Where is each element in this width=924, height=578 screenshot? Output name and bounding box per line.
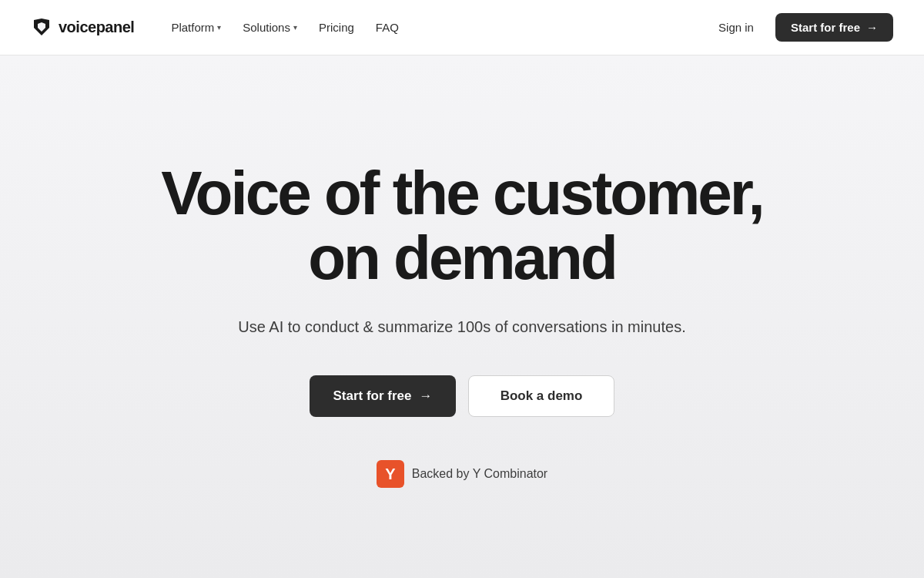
arrow-icon: → [420,388,433,404]
chevron-down-icon: ▾ [293,23,297,32]
book-demo-button[interactable]: Book a demo [468,375,614,417]
hero-section: Voice of the customer, on demand Use AI … [0,55,924,578]
start-for-free-nav-button[interactable]: Start for free → [775,13,893,42]
hero-title: Voice of the customer, on demand [161,161,763,291]
chevron-down-icon: ▾ [217,23,221,32]
yc-logo: Y [377,460,404,488]
navbar: voicepanel Platform ▾ Solutions ▾ Pricin… [0,0,924,55]
hero-buttons: Start for free → Book a demo [310,375,614,417]
logo-icon [31,17,52,39]
nav-left: voicepanel Platform ▾ Solutions ▾ Pricin… [31,15,408,40]
hero-subtitle: Use AI to conduct & summarize 100s of co… [238,315,685,338]
nav-platform[interactable]: Platform ▾ [162,15,230,40]
nav-pricing[interactable]: Pricing [310,15,363,40]
yc-badge: Y Backed by Y Combinator [377,460,547,488]
nav-links: Platform ▾ Solutions ▾ Pricing FAQ [162,15,407,40]
logo[interactable]: voicepanel [31,17,134,39]
nav-right: Sign in Start for free → [709,13,893,42]
arrow-icon: → [866,21,878,34]
start-for-free-hero-button[interactable]: Start for free → [310,375,456,417]
nav-faq[interactable]: FAQ [367,15,408,40]
logo-text: voicepanel [59,18,134,36]
nav-solutions[interactable]: Solutions ▾ [233,15,306,40]
yc-text: Backed by Y Combinator [412,467,547,481]
sign-in-button[interactable]: Sign in [709,15,763,40]
